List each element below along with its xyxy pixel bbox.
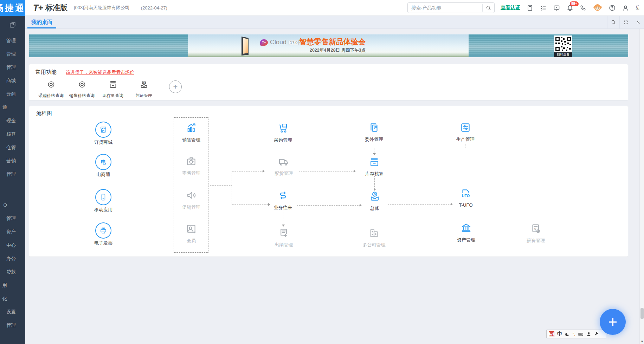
ime-user-icon[interactable]	[586, 332, 591, 337]
member-card-icon	[185, 230, 197, 236]
close-icon[interactable]	[632, 16, 644, 28]
search-icon[interactable]	[482, 4, 494, 12]
add-common-function-button[interactable]: +	[169, 80, 182, 93]
sidebar-item[interactable]: 核算	[0, 128, 25, 141]
svg-text:$: $	[143, 81, 145, 84]
qr-caption: 扫码观看	[554, 52, 572, 57]
sidebar-item[interactable]: 仓管	[0, 141, 25, 154]
connector	[283, 142, 283, 148]
tplus-cloud-icon: T+	[260, 39, 268, 46]
product-mark: T+	[33, 3, 43, 13]
soft-keyboard-icon[interactable]	[578, 331, 584, 337]
user-icon[interactable]	[622, 4, 629, 12]
wrench-icon[interactable]	[594, 332, 599, 337]
sidebar-item[interactable]: 办公	[0, 252, 25, 265]
flow-node-ecommerce-tong[interactable]: 电 电商通	[84, 154, 123, 178]
calculator-icon[interactable]	[526, 4, 534, 12]
sidebar-item[interactable]: 化	[0, 292, 25, 305]
sidebar-item[interactable]: 云商	[0, 87, 25, 101]
mascot-monkey-icon[interactable]	[593, 3, 603, 13]
flow-node-outsourcing-mgmt[interactable]: 委外管理	[355, 122, 393, 143]
collapse-panel-icon[interactable]	[0, 16, 25, 34]
flow-node-mobile-app[interactable]: 移动应用	[84, 189, 123, 213]
flow-node-retail-mgmt[interactable]: 零售管理	[172, 155, 211, 176]
flow-node-business-transactions[interactable]: 业务往来	[264, 190, 302, 211]
brand-logo[interactable]: 畅捷通	[0, 0, 25, 16]
connector	[299, 171, 354, 171]
connector	[232, 171, 263, 171]
flow-node-purchase-mgmt[interactable]: 采购管理	[264, 122, 302, 143]
quick-voucher-management[interactable]: $ 凭证管理	[128, 80, 159, 99]
floating-add-button[interactable]: +	[600, 309, 626, 335]
arrowhead	[354, 170, 356, 173]
swap-arrows-icon	[277, 197, 289, 203]
tab-my-desktop[interactable]: 我的桌面	[25, 16, 58, 28]
sales-chart-icon	[185, 129, 197, 135]
help-icon[interactable]	[608, 4, 616, 12]
flow-node-inventory-accounting[interactable]: 库存核算	[355, 156, 394, 177]
flow-node-general-ledger[interactable]: $ 总账	[355, 190, 394, 212]
tab-search-icon[interactable]	[607, 16, 619, 28]
banner-subtitle: 2022年4月28日 周四下午3点	[310, 47, 366, 53]
quick-purchase-price-query[interactable]: 采购价格查询	[36, 80, 66, 99]
view-certification-link[interactable]: 查看认证	[501, 5, 520, 11]
flow-node-production-mgmt[interactable]: 生产管理	[446, 122, 485, 143]
flow-node-order-mall[interactable]: 订货商城	[84, 122, 123, 145]
sidebar-item[interactable]: O	[0, 199, 25, 212]
door-illustration	[239, 36, 252, 57]
sidebar-item[interactable]: 资产	[0, 225, 25, 239]
connector	[297, 205, 360, 206]
sidebar-item[interactable]: 商城	[0, 74, 25, 87]
sidebar-item[interactable]: 设置	[0, 305, 25, 319]
feedback-icon[interactable]	[553, 4, 560, 12]
sidebar-item[interactable]: 管理	[0, 47, 25, 61]
sidebar-item[interactable]: 营销	[0, 154, 25, 168]
sidebar-item[interactable]: 管理	[0, 212, 25, 225]
moon-icon[interactable]	[565, 332, 570, 337]
sidebar-item[interactable]: 管理	[0, 168, 25, 181]
notification-badge: 99+	[570, 1, 579, 6]
flow-node-member[interactable]: 会员	[172, 223, 211, 244]
sidebar-item[interactable]: 通	[0, 101, 25, 114]
flow-node-payroll-mgmt[interactable]: ¥ 薪资管理	[516, 223, 555, 244]
sidebar-item[interactable]: 中心	[0, 239, 25, 252]
flow-node-e-invoice[interactable]: 电子发票	[84, 222, 123, 246]
sidebar-item[interactable]: 贷款	[0, 265, 25, 279]
scrollbar-thumb[interactable]	[640, 308, 644, 319]
notifications-bell[interactable]: 99+	[566, 4, 574, 12]
ime-punctuation-mode[interactable]: °,	[573, 332, 575, 336]
flow-node-promotion-mgmt[interactable]: 促销管理	[172, 189, 211, 210]
promo-banner[interactable]: T+ Cloud 17.0 智慧零售新品体验会 2022年4月28日 周四下午3…	[29, 34, 628, 57]
flow-node-asset-mgmt[interactable]: 资产管理	[447, 222, 485, 243]
vertical-scrollbar[interactable]: ▼	[639, 29, 644, 344]
ime-chinese-mode[interactable]: 中	[557, 331, 562, 337]
sidebar-item[interactable]: 用	[0, 279, 25, 292]
flow-node-sales-mgmt[interactable]: 销售管理	[172, 122, 211, 143]
smart-selection-promo-link[interactable]: 该进货了，来智能选品看看市场价	[66, 69, 134, 76]
search-input[interactable]	[408, 3, 482, 12]
flow-node-multi-company-mgmt[interactable]: 多公司管理	[355, 227, 393, 248]
scroll-down-arrow[interactable]: ▼	[640, 340, 644, 343]
sidebar-item[interactable]: 管理	[0, 319, 25, 332]
sidebar-item[interactable]: 管理	[0, 34, 25, 47]
banner-title: 智慧零售新品体验会	[299, 37, 366, 47]
ledger-icon: $	[369, 197, 381, 203]
fullscreen-icon[interactable]	[619, 16, 632, 28]
user-name[interactable]: 岳	[635, 5, 640, 11]
svg-text:$: $	[374, 192, 376, 196]
active-tab-underline	[27, 27, 56, 28]
sidebar-item[interactable]: 管理	[0, 61, 25, 74]
sidebar-item[interactable]: 现金	[0, 114, 25, 128]
flow-node-distribution-mgmt[interactable]: 配货管理	[264, 156, 303, 177]
outsourcing-docs-icon	[368, 129, 380, 135]
connector	[283, 210, 283, 225]
task-list-icon[interactable]	[540, 4, 547, 12]
bank-icon	[460, 229, 472, 235]
flow-node-cashier-mgmt[interactable]: 出纳管理	[264, 227, 303, 248]
quick-sales-price-query[interactable]: 销售价格查询	[66, 80, 97, 99]
quick-stock-query[interactable]: 现存量查询	[97, 80, 128, 99]
ime-wubi-mode[interactable]: 五	[549, 331, 554, 337]
product-search[interactable]	[407, 2, 495, 13]
connector	[465, 144, 465, 148]
phone-support-icon[interactable]	[580, 4, 587, 11]
